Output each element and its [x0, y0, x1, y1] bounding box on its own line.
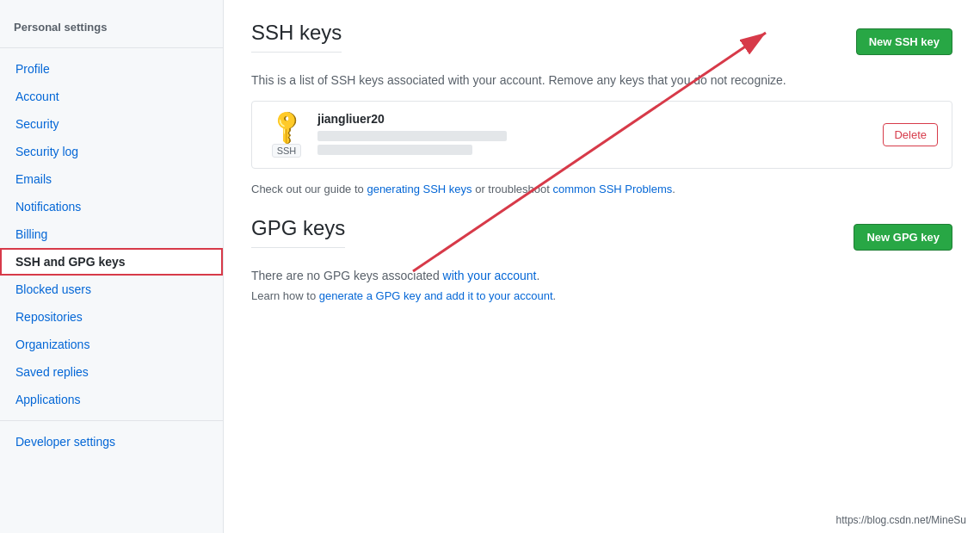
sidebar-item-security[interactable]: Security [0, 110, 223, 138]
learn-end: . [553, 289, 557, 302]
ssh-key-card: 🔑 SSH jiangliuer20 Delete [251, 101, 952, 169]
ssh-help-text: Check out our guide to generating SSH ke… [251, 183, 952, 195]
key-fingerprint-bar-1 [317, 131, 507, 141]
key-fingerprint-row [317, 131, 872, 155]
generating-ssh-keys-link[interactable]: generating SSH keys [367, 183, 472, 195]
key-username: jiangliuer20 [317, 112, 872, 126]
help-text-end: . [672, 183, 675, 195]
sidebar-item-blocked-users[interactable]: Blocked users [0, 276, 223, 303]
ssh-section-header: SSH keys New SSH key [251, 21, 952, 63]
sidebar-item-emails[interactable]: Emails [0, 165, 223, 193]
key-icon: 🔑 [266, 105, 307, 146]
sidebar-item-saved-replies[interactable]: Saved replies [0, 358, 223, 386]
help-text-mid: or troubleshoot [472, 183, 553, 195]
sidebar-item-account[interactable]: Account [0, 83, 223, 110]
learn-prefix: Learn how to [251, 289, 319, 302]
sidebar-item-notifications[interactable]: Notifications [0, 193, 223, 220]
main-content: SSH keys New SSH key This is a list of S… [224, 0, 980, 533]
ssh-section-description: This is a list of SSH keys associated wi… [251, 73, 952, 87]
footer-url: https://blog.csdn.net/MineSu [836, 514, 966, 526]
no-gpg-prefix: There are no GPG keys associated [251, 269, 443, 282]
key-icon-wrap: 🔑 SSH [266, 112, 307, 158]
sidebar-divider [0, 47, 223, 48]
help-text-prefix: Check out our guide to [251, 183, 367, 195]
learn-gpg-text: Learn how to generate a GPG key and add … [251, 289, 952, 302]
sidebar-item-developer-settings[interactable]: Developer settings [0, 428, 223, 456]
sidebar-item-billing[interactable]: Billing [0, 220, 223, 248]
sidebar-item-applications[interactable]: Applications [0, 386, 223, 413]
gpg-section: GPG keys New GPG key There are no GPG ke… [251, 216, 952, 302]
ssh-section: SSH keys New SSH key This is a list of S… [251, 21, 952, 195]
sidebar-item-repositories[interactable]: Repositories [0, 303, 223, 331]
gpg-section-title: GPG keys [251, 216, 345, 248]
new-gpg-key-button[interactable]: New GPG key [854, 224, 952, 251]
sidebar-heading: Personal settings [0, 14, 223, 40]
sidebar-item-ssh-gpg-keys[interactable]: SSH and GPG keys [0, 248, 223, 276]
common-ssh-problems-link[interactable]: common SSH Problems [553, 183, 673, 195]
generate-gpg-key-link[interactable]: generate a GPG key and add it to your ac… [319, 289, 553, 302]
ssh-section-title: SSH keys [251, 21, 342, 53]
no-gpg-text: There are no GPG keys associated with yo… [251, 269, 952, 282]
new-ssh-key-button[interactable]: New SSH key [856, 28, 952, 55]
key-info: jiangliuer20 [317, 112, 872, 155]
delete-key-button[interactable]: Delete [883, 123, 938, 146]
sidebar: Personal settings Profile Account Securi… [0, 0, 224, 533]
gpg-section-header: GPG keys New GPG key [251, 216, 952, 258]
sidebar-item-profile[interactable]: Profile [0, 55, 223, 83]
no-gpg-suffix: . [537, 269, 540, 282]
key-fingerprint-bar-2 [317, 145, 472, 155]
no-gpg-account-link[interactable]: with your account [443, 269, 537, 282]
sidebar-item-security-log[interactable]: Security log [0, 138, 223, 165]
sidebar-item-organizations[interactable]: Organizations [0, 331, 223, 358]
sidebar-divider-bottom [0, 420, 223, 421]
